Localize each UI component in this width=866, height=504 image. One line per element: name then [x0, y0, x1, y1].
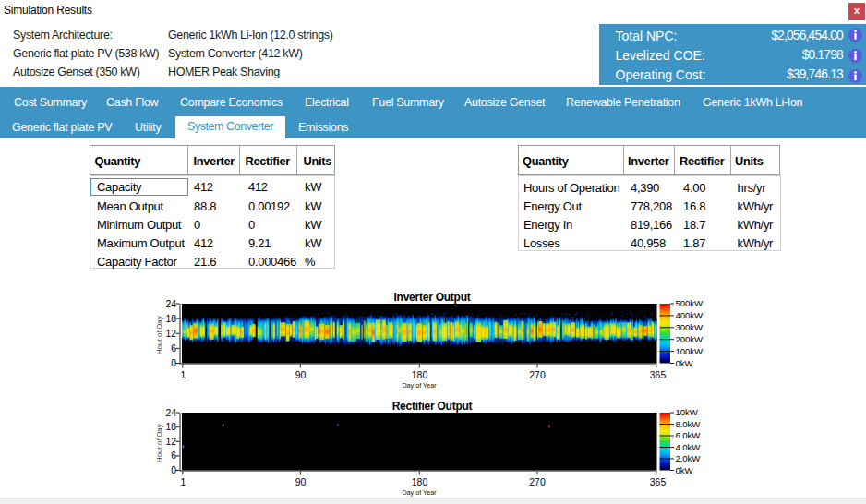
svg-text:0kW: 0kW — [676, 465, 694, 475]
svg-text:100kW: 100kW — [676, 346, 704, 356]
svg-text:300kW: 300kW — [676, 322, 704, 332]
svg-text:2.0kW: 2.0kW — [676, 453, 702, 463]
svg-text:10kW: 10kW — [676, 407, 699, 417]
svg-text:6.0kW: 6.0kW — [676, 430, 702, 440]
svg-text:200kW: 200kW — [676, 334, 704, 344]
svg-text:400kW: 400kW — [676, 310, 704, 320]
svg-text:500kW: 500kW — [676, 298, 704, 308]
svg-text:8.0kW: 8.0kW — [676, 419, 702, 429]
svg-text:0kW: 0kW — [676, 358, 694, 368]
svg-text:4.0kW: 4.0kW — [676, 442, 702, 452]
